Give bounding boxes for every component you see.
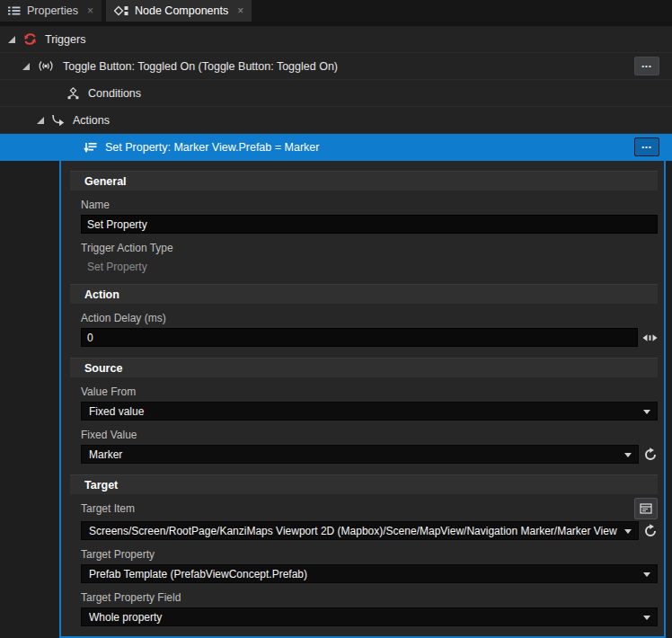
trigger-action-type-value: Set Property	[87, 261, 659, 273]
tree-label-triggers: Triggers	[45, 33, 85, 46]
set-property-icon	[83, 142, 97, 154]
more-options-button[interactable]: •••	[634, 57, 659, 75]
tree-row-set-property-action[interactable]: Set Property: Marker View.Prefab = Marke…	[0, 134, 672, 161]
tab-label: Properties	[27, 4, 78, 17]
reset-value-icon[interactable]	[643, 524, 658, 538]
properties-list-icon	[8, 5, 21, 16]
section-header-source: Source	[70, 358, 658, 377]
tab-bar: Properties × Node Components ×	[0, 0, 672, 22]
target-item-value: Screens/Screen/RootPage/KanziMaps Viewpo…	[89, 525, 620, 537]
target-item-label: Target Item	[81, 502, 634, 515]
chevron-down-icon	[624, 529, 632, 534]
target-property-dropdown[interactable]: Prefab Template (PrefabViewConcept.Prefa…	[81, 564, 658, 583]
reset-value-icon[interactable]	[643, 447, 658, 462]
target-item-dropdown[interactable]: Screens/Screen/RootPage/KanziMaps Viewpo…	[81, 521, 639, 540]
value-from-label: Value From	[81, 385, 659, 398]
tree-label-actions: Actions	[73, 114, 110, 127]
fixed-value-label: Fixed Value	[81, 429, 659, 441]
chevron-down-icon	[643, 572, 650, 577]
tab-properties[interactable]: Properties ×	[0, 0, 102, 22]
target-property-field-value: Whole property	[89, 611, 639, 624]
actions-arrow-icon	[51, 114, 65, 126]
node-components-icon	[114, 5, 128, 16]
name-input[interactable]	[81, 215, 658, 234]
fixed-value-value: Marker	[89, 448, 620, 461]
value-from-value: Fixed value	[89, 405, 639, 418]
expand-triangle-icon[interactable]	[36, 116, 45, 125]
chevron-down-icon	[624, 453, 632, 457]
expand-triangle-icon[interactable]	[22, 62, 31, 71]
value-from-dropdown[interactable]: Fixed value	[81, 402, 658, 421]
section-header-action: Action	[70, 284, 658, 304]
trigger-action-type-label: Trigger Action Type	[81, 242, 659, 254]
action-delay-label: Action Delay (ms)	[81, 312, 659, 324]
drag-value-handle-icon[interactable]	[642, 333, 658, 342]
action-detail-panel: General Name Trigger Action Type Set Pro…	[59, 161, 666, 638]
fixed-value-dropdown[interactable]: Marker	[81, 445, 639, 464]
action-delay-input[interactable]	[81, 328, 638, 347]
tree-label-conditions: Conditions	[88, 87, 141, 100]
chevron-down-icon	[643, 410, 650, 414]
tree-row-conditions[interactable]: Conditions	[0, 80, 672, 107]
name-label: Name	[81, 199, 659, 211]
tab-label: Node Components	[135, 4, 228, 17]
expand-triangle-icon[interactable]	[7, 35, 16, 44]
close-tab-icon[interactable]: ×	[87, 5, 93, 16]
target-property-label: Target Property	[81, 548, 659, 561]
tree-row-triggers[interactable]: Triggers	[0, 26, 672, 53]
tree-label-set-property-action: Set Property: Marker View.Prefab = Marke…	[105, 141, 319, 154]
section-header-target: Target	[70, 474, 658, 494]
chevron-down-icon	[643, 616, 650, 620]
conditions-branch-icon	[66, 87, 80, 100]
target-property-field-dropdown[interactable]: Whole property	[81, 607, 658, 626]
target-property-value: Prefab Template (PrefabViewConcept.Prefa…	[89, 568, 639, 580]
tree-label-toggle-trigger: Toggle Button: Toggled On (Toggle Button…	[63, 60, 338, 73]
tree-row-toggle-trigger[interactable]: Toggle Button: Toggled On (Toggle Button…	[0, 53, 672, 80]
section-header-general: General	[70, 171, 658, 191]
target-property-field-label: Target Property Field	[81, 591, 659, 604]
close-tab-icon[interactable]: ×	[237, 5, 243, 16]
editor-window-icon	[640, 503, 652, 514]
triggers-loop-icon	[23, 33, 37, 45]
tree-row-actions[interactable]: Actions	[0, 107, 672, 134]
open-target-editor-button[interactable]	[634, 498, 658, 519]
tab-node-components[interactable]: Node Components ×	[106, 0, 252, 22]
more-options-button[interactable]: •••	[634, 137, 659, 156]
toggle-signal-icon	[37, 60, 55, 72]
